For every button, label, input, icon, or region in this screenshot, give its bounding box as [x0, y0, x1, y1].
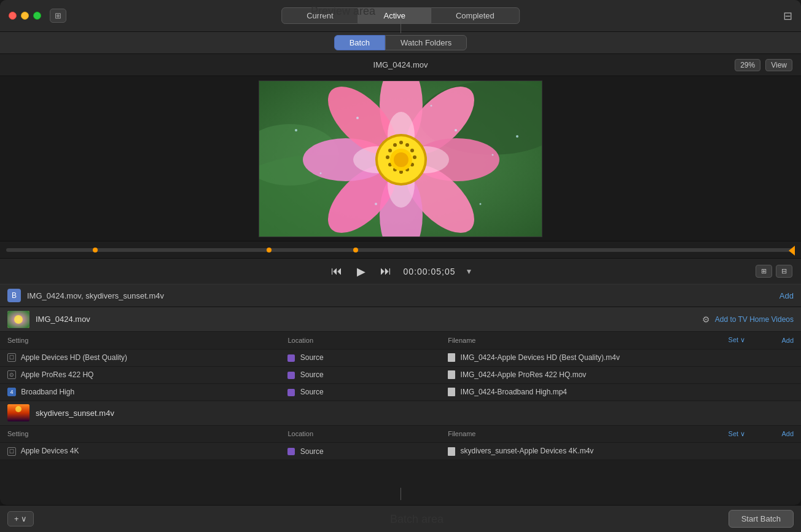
svg-point-39 [375, 203, 377, 205]
col-set-skydivers[interactable]: Set ∨ [721, 426, 761, 443]
timeline-track[interactable] [6, 248, 795, 252]
start-batch-button[interactable]: Start Batch [729, 510, 794, 528]
svg-point-36 [516, 135, 518, 138]
svg-point-31 [394, 152, 408, 167]
prev-frame-button[interactable]: ⏮ [329, 265, 345, 278]
timeline-bar[interactable] [0, 241, 801, 258]
captions-table-img0424: Setting Location Filename Set ∨ Add ☐ Ap… [0, 332, 801, 401]
watch-folders-button[interactable]: Watch Folders [385, 35, 467, 50]
file-name-img0424: IMG_0424.mov [36, 315, 90, 324]
timecode-display: 00:00:05;05 [404, 267, 456, 276]
filename-img0424-2: IMG_0424-Broadband High.mp4 [440, 383, 721, 401]
location-icon-img0424-1 [287, 372, 295, 379]
window-controls-right[interactable]: ⊟ [783, 9, 792, 23]
subtoolbar: Batch Watch Folders [0, 32, 801, 54]
close-button[interactable] [9, 12, 17, 20]
frame-display-button[interactable]: ⊞ [756, 265, 772, 278]
col-location-img0424: Location [280, 332, 440, 349]
preview-filename: IMG_0424.mov [373, 60, 428, 69]
add-to-tv-button[interactable]: Add to TV Home Videos [715, 315, 794, 324]
col-setting-skydivers: Setting [0, 426, 280, 443]
svg-point-44 [15, 406, 21, 412]
playback-bar: ⏮ ▶ ⏭ 00:00:05;05 ▼ ⊞ ⊟ [0, 258, 801, 284]
file-thumb-img0424-image [7, 311, 29, 328]
preview-area-annotation: Preview area [311, 5, 375, 18]
next-frame-button[interactable]: ⏭ [378, 265, 394, 278]
preview-header: IMG_0424.mov 29% View [0, 54, 801, 76]
display-mode-button[interactable]: ⊟ [776, 265, 792, 278]
file-row-right-img0424: ⚙ Add to TV Home Videos [702, 315, 794, 324]
setting-img0424-1: ⊙ Apple ProRes 422 HQ [0, 366, 280, 383]
file-thumb-skydivers-image [7, 404, 29, 421]
batch-title: IMG_0424.mov, skydivers_sunset.m4v [27, 291, 164, 300]
file-row-img0424: IMG_0424.mov ⚙ Add to TV Home Videos [0, 307, 801, 332]
svg-point-34 [455, 129, 457, 131]
svg-point-20 [393, 143, 397, 147]
batch-add-button[interactable]: Add [780, 291, 794, 300]
view-button[interactable]: View [765, 59, 792, 71]
svg-point-32 [356, 117, 359, 119]
preview-header-right: 29% View [735, 59, 792, 71]
preview-area-line [400, 18, 401, 33]
col-add-img0424[interactable]: Add [761, 332, 801, 349]
timecode-dropdown[interactable]: ▼ [466, 267, 473, 276]
col-add-skydivers[interactable]: Add [761, 426, 801, 443]
filename-icon-img0424-2 [448, 388, 455, 396]
file-row-skydivers: skydivers_sunset.m4v [0, 401, 801, 426]
preview-image [259, 81, 542, 237]
batch-button[interactable]: Batch [334, 35, 385, 50]
maximize-button[interactable] [33, 12, 41, 20]
location-skydivers-0: Source [280, 443, 440, 460]
gear-icon-img0424[interactable]: ⚙ [702, 315, 710, 324]
tab-completed[interactable]: Completed [431, 7, 520, 24]
batch-section: B IMG_0424.mov, skydivers_sunset.m4v Add [0, 284, 801, 460]
svg-point-24 [386, 155, 389, 159]
svg-point-33 [431, 104, 432, 106]
batch-area-line [400, 488, 401, 500]
filename-img0424-0: IMG_0424-Apple Devices HD (Best Quality)… [440, 349, 721, 366]
minimize-button[interactable] [21, 12, 29, 20]
setting-skydivers-0: ☐ Apple Devices 4K [0, 443, 280, 460]
setting-icon-img0424-2: 4 [7, 388, 16, 396]
svg-point-42 [14, 315, 23, 324]
timeline-end-marker [789, 246, 795, 256]
col-location-skydivers: Location [280, 426, 440, 443]
timeline-marker-1 [93, 248, 98, 252]
setting-icon-img0424-0: ☐ [7, 353, 16, 362]
svg-point-19 [405, 143, 409, 147]
col-set-img0424[interactable]: Set ∨ [721, 332, 761, 349]
sidebar-toggle-button[interactable]: ⊞ [50, 9, 66, 23]
col-filename-skydivers: Filename [440, 426, 721, 443]
col-filename-img0424: Filename [440, 332, 721, 349]
setting-img0424-0: ☐ Apple Devices HD (Best Quality) [0, 349, 280, 366]
svg-point-35 [492, 154, 494, 155]
batch-title-row: B IMG_0424.mov, skydivers_sunset.m4v Add [0, 284, 801, 307]
traffic-lights [0, 12, 41, 20]
svg-point-37 [320, 172, 322, 174]
add-button[interactable]: + ∨ [7, 511, 34, 526]
caption-row-skydivers-0: ☐ Apple Devices 4K Source skydivers_suns… [0, 443, 801, 460]
caption-header-img0424: Setting Location Filename Set ∨ Add [0, 332, 801, 349]
filename-icon-img0424-0 [448, 353, 455, 362]
timeline-marker-3 [353, 248, 358, 252]
caption-header-skydivers: Setting Location Filename Set ∨ Add [0, 426, 801, 443]
location-img0424-1: Source [280, 366, 440, 383]
zoom-control[interactable]: 29% [735, 59, 760, 71]
col-setting-img0424: Setting [0, 332, 280, 349]
filename-icon-img0424-1 [448, 370, 455, 379]
file-name-skydivers: skydivers_sunset.m4v [36, 409, 114, 418]
setting-icon-img0424-1: ⊙ [7, 370, 16, 379]
play-button[interactable]: ▶ [354, 265, 368, 278]
location-img0424-2: Source [280, 383, 440, 401]
filename-icon-skydivers-0 [448, 447, 455, 456]
caption-row-img0424-0: ☐ Apple Devices HD (Best Quality) Source… [0, 349, 801, 366]
location-icon-img0424-2 [287, 389, 295, 396]
filename-img0424-1: IMG_0424-Apple ProRes 422 HQ.mov [440, 366, 721, 383]
playback-right-controls: ⊞ ⊟ [756, 265, 792, 278]
setting-img0424-2: 4 Broadband High [0, 383, 280, 401]
svg-point-18 [399, 141, 403, 144]
file-thumb-img0424 [7, 311, 29, 328]
svg-point-38 [295, 129, 297, 131]
setting-icon-skydivers-0: ☐ [7, 447, 16, 456]
caption-row-img0424-2: 4 Broadband High Source IMG_0424-Broadba… [0, 383, 801, 401]
